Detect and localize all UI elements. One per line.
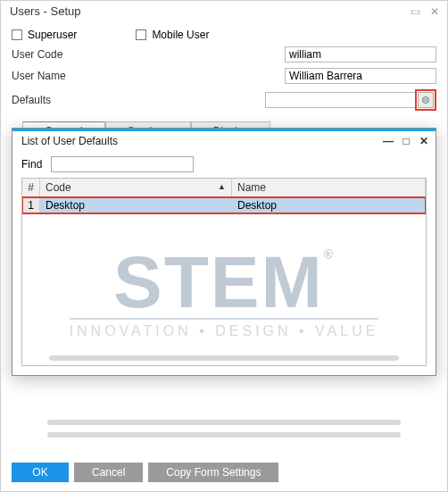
username-row: User Name — [12, 68, 436, 84]
defaults-row: Defaults — [12, 89, 436, 111]
defaults-lookup-button[interactable] — [418, 92, 434, 108]
maximize-icon[interactable]: ▭ — [410, 5, 420, 18]
watermark: STEM® INNOVATION • DESIGN • VALUE — [22, 242, 426, 346]
superuser-label: Superuser — [28, 29, 77, 41]
close-icon[interactable]: ✕ — [418, 135, 430, 147]
watermark-brand: STEM® — [113, 249, 335, 315]
mobileuser-label: Mobile User — [152, 29, 209, 41]
grid-rows: 1 Desktop Desktop STEM® INNOVATION • DES… — [22, 197, 426, 364]
username-label: User Name — [12, 70, 119, 82]
window-title: Users - Setup — [10, 4, 80, 18]
grid-header: # Code ▲ Name — [22, 179, 426, 197]
list-icon — [421, 96, 430, 104]
usercode-input[interactable] — [285, 46, 436, 63]
maximize-icon[interactable]: □ — [400, 135, 412, 147]
checkbox-icon — [12, 29, 22, 40]
usercode-row: User Code — [12, 46, 436, 63]
close-icon[interactable]: ✕ — [429, 5, 440, 18]
modal-window-controls: ― □ ✕ — [382, 135, 430, 147]
defaults-lookup-highlight — [415, 89, 436, 111]
scrollbar[interactable] — [47, 432, 401, 438]
row-name-cell: Desktop — [232, 197, 426, 213]
cancel-button[interactable]: Cancel — [74, 463, 143, 482]
users-setup-window: Users - Setup ▭ ✕ Superuser Mobile User … — [1, 1, 447, 491]
superuser-checkbox-wrap[interactable]: Superuser — [12, 29, 77, 41]
modal-titlebar: List of User Defaults ― □ ✕ — [12, 131, 436, 151]
find-input[interactable] — [51, 156, 194, 172]
mobileuser-checkbox-wrap[interactable]: Mobile User — [136, 29, 209, 41]
username-input[interactable] — [285, 68, 436, 84]
checkbox-row: Superuser Mobile User — [12, 29, 436, 41]
window-controls: ▭ ✕ — [410, 5, 440, 18]
titlebar: Users - Setup ▭ ✕ — [1, 1, 447, 20]
row-code-cell: Desktop — [40, 197, 232, 213]
defaults-label: Defaults — [12, 94, 119, 106]
find-label: Find — [21, 158, 42, 171]
defaults-grid: # Code ▲ Name 1 Desktop Desktop — [21, 178, 427, 366]
sort-asc-icon: ▲ — [218, 182, 226, 191]
table-row[interactable]: 1 Desktop Desktop — [22, 197, 426, 213]
scrollbar[interactable] — [47, 420, 401, 425]
usercode-label: User Code — [12, 48, 119, 61]
col-code-header-label: Code — [46, 181, 71, 194]
ok-button[interactable]: OK — [12, 463, 69, 482]
row-num-cell: 1 — [22, 197, 40, 213]
modal-body: Find # Code ▲ Name 1 Desktop Desktop — [12, 151, 436, 375]
find-row: Find — [21, 156, 427, 172]
watermark-tagline: INNOVATION • DESIGN • VALUE — [70, 318, 379, 339]
modal-title: List of User Defaults — [21, 135, 118, 147]
scrollbar[interactable] — [49, 355, 399, 361]
col-name-header[interactable]: Name — [232, 179, 426, 196]
defaults-input[interactable] — [265, 92, 417, 108]
svg-point-0 — [423, 97, 429, 104]
col-num-header[interactable]: # — [22, 179, 40, 196]
minimize-icon[interactable]: ― — [382, 135, 394, 147]
footer: OK Cancel Copy Form Settings — [1, 457, 447, 491]
col-code-header[interactable]: Code ▲ — [40, 179, 232, 196]
list-of-user-defaults-window: List of User Defaults ― □ ✕ Find # Code … — [12, 128, 436, 376]
checkbox-icon — [136, 29, 146, 40]
copy-form-settings-button[interactable]: Copy Form Settings — [148, 463, 278, 482]
